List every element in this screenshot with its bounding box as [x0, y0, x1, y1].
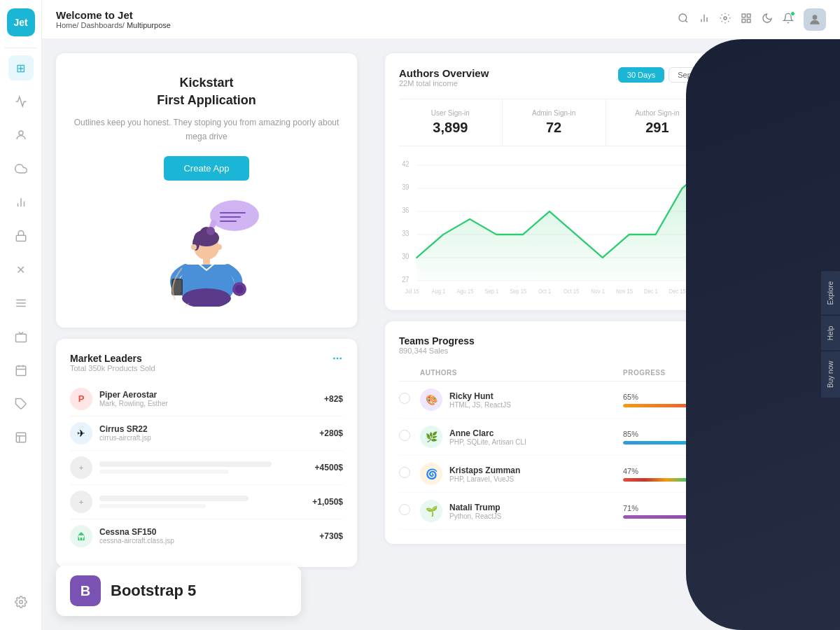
svg-text:Oct 1: Oct 1	[538, 287, 551, 295]
sidebar-item-menu[interactable]	[8, 290, 34, 316]
moon-icon[interactable]	[762, 13, 773, 27]
help-tab[interactable]: Help	[821, 316, 840, 350]
svg-text:Jul 15: Jul 15	[405, 287, 419, 295]
svg-point-51	[333, 357, 335, 359]
market-amount: +82$	[324, 394, 343, 404]
sidebar-item-analytics[interactable]	[8, 89, 34, 114]
grid-icon[interactable]	[741, 13, 752, 27]
svg-point-18	[679, 14, 687, 22]
market-leaders-header: Market Leaders Total 350k Products Sold	[70, 353, 343, 372]
tab-30days[interactable]: 30 Days	[618, 67, 664, 83]
svg-rect-27	[742, 19, 746, 22]
team-name: Ricky Hunt	[449, 391, 511, 401]
market-desc: cirrus-aircraft.jsp	[99, 434, 319, 442]
market-item: + +1,050$	[70, 485, 343, 519]
kickstart-description: Outlines keep you honest. They stoping y…	[70, 116, 343, 143]
row-checkbox[interactable]	[399, 467, 410, 478]
avatar[interactable]	[804, 8, 826, 31]
svg-point-52	[337, 357, 339, 359]
row-checkbox[interactable]	[399, 504, 410, 515]
create-app-button[interactable]: Create App	[164, 156, 248, 181]
row-checkbox[interactable]	[399, 393, 410, 404]
svg-text:Nov 15: Nov 15	[616, 287, 633, 295]
svg-rect-26	[747, 19, 750, 22]
sidebar-item-lock[interactable]	[8, 223, 34, 248]
svg-point-0	[19, 131, 23, 135]
svg-text:36: 36	[402, 206, 410, 214]
svg-text:33: 33	[402, 229, 410, 237]
svg-text:Sep 15: Sep 15	[510, 287, 526, 295]
sidebar-item-layout[interactable]	[8, 425, 34, 450]
svg-text:42: 42	[402, 160, 410, 168]
sidebar-item-package[interactable]	[8, 324, 34, 349]
sidebar-item-chart[interactable]	[8, 190, 34, 215]
bootstrap-text: Bootstrap 5	[111, 582, 196, 600]
team-tech: PHP, Laravel, VueJS	[449, 475, 520, 483]
svg-line-19	[685, 20, 687, 22]
svg-text:Nov 1: Nov 1	[591, 287, 605, 295]
svg-text:Dec 15: Dec 15	[669, 287, 686, 295]
market-amount: +730$	[319, 531, 343, 541]
row-checkbox[interactable]	[399, 430, 410, 441]
topbar-title: Welcome to Jet Home/ Dashboards/ Multipu…	[56, 9, 678, 29]
svg-rect-46	[203, 259, 210, 265]
market-leaders-title: Market Leaders	[70, 353, 155, 364]
svg-text:Sep 1: Sep 1	[484, 287, 498, 295]
search-icon[interactable]	[678, 13, 689, 27]
bootstrap-logo: B	[70, 575, 101, 606]
market-logo-piper: P	[70, 388, 92, 410]
svg-rect-8	[15, 334, 26, 342]
svg-rect-14	[16, 433, 26, 442]
svg-point-28	[813, 15, 818, 20]
svg-point-50	[206, 227, 215, 235]
kickstart-illustration	[70, 195, 343, 307]
market-logo-cirrus: ✈	[70, 422, 92, 444]
dark-overlay: Explore Help Buy now	[686, 39, 840, 630]
svg-point-23	[724, 17, 727, 20]
app-logo[interactable]: Jet	[7, 8, 35, 36]
explore-tab[interactable]: Explore	[821, 272, 840, 315]
stat-user-signin: User Sign-in 3,899	[399, 99, 503, 146]
teams-title: Teams Progress	[399, 335, 475, 346]
sidebar-item-grid[interactable]: ⊞	[8, 55, 34, 80]
market-amount-extra2: +1,050$	[312, 497, 343, 507]
market-name: Cirrus SR22	[99, 424, 319, 434]
svg-text:Agu 15: Agu 15	[456, 287, 473, 295]
svg-point-29	[210, 200, 259, 231]
topbar-actions	[678, 8, 826, 31]
team-name: Kristaps Zumman	[449, 465, 520, 475]
svg-rect-4	[16, 235, 26, 241]
kickstart-title: Kickstart First Application	[70, 74, 343, 109]
svg-rect-25	[747, 14, 750, 18]
market-amount-placeholder2: +	[70, 491, 92, 513]
svg-rect-9	[16, 366, 26, 376]
svg-text:Aug 1: Aug 1	[432, 287, 446, 295]
market-leaders-subtitle: Total 350k Products Sold	[70, 364, 155, 372]
market-desc: Mark, Rowling, Esther	[99, 400, 324, 407]
notification-icon[interactable]	[783, 13, 794, 27]
sidebar-item-user[interactable]	[8, 122, 34, 148]
authors-income: 22M total income	[399, 79, 489, 88]
sidebar-item-calendar[interactable]	[8, 358, 34, 383]
market-amount-extra1: +4500$	[315, 463, 343, 472]
bootstrap-promo: B Bootstrap 5	[56, 566, 301, 616]
market-item-cessna: Cessna SF150 cessna-aircraft.class.jsp +…	[70, 519, 343, 553]
sidebar-item-settings[interactable]	[8, 589, 34, 615]
sidebar-item-close[interactable]: ✕	[8, 257, 34, 282]
svg-text:30: 30	[402, 252, 410, 260]
sidebar-item-cloud[interactable]	[8, 156, 34, 181]
market-name: Cessna SF150	[99, 527, 319, 537]
sidebar-item-puzzle[interactable]	[8, 391, 34, 416]
chart-icon[interactable]	[699, 13, 710, 27]
svg-point-47	[191, 244, 197, 250]
market-more-icon[interactable]	[332, 353, 343, 368]
settings-icon[interactable]	[720, 13, 731, 27]
team-tech: HTML, JS, ReactJS	[449, 401, 511, 409]
buy-now-tab[interactable]: Buy now	[821, 351, 840, 398]
market-amount: +280$	[319, 428, 343, 438]
main-content: Kickstart First Application Outlines kee…	[42, 39, 840, 630]
page-title: Welcome to Jet	[56, 9, 678, 21]
team-name: Natali Trump	[449, 503, 501, 512]
sidebar-divider	[4, 48, 37, 48]
breadcrumb: Home/ Dashboards/ Multipurpose	[56, 21, 678, 29]
